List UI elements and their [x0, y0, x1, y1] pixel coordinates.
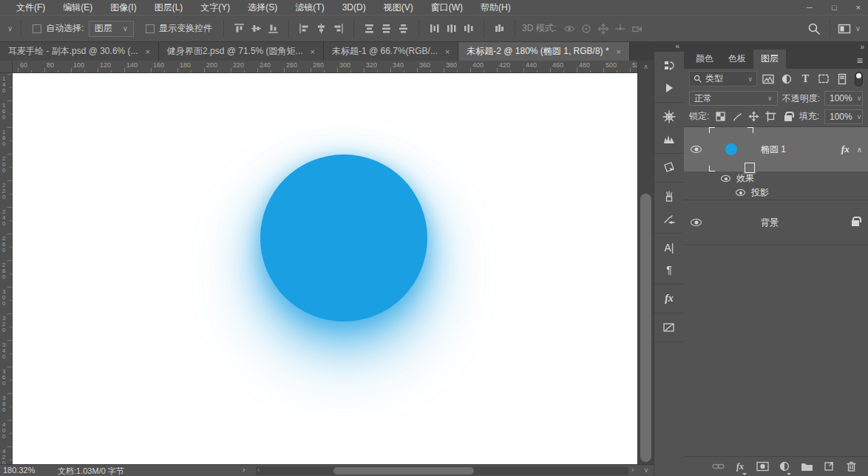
layer-name[interactable]: 椭圆 1 — [761, 143, 841, 156]
document-tab-4-active[interactable]: 未标题-2 @ 180% (椭圆 1, RGB/8) * × — [458, 42, 630, 61]
tab-swatches[interactable]: 色板 — [721, 50, 753, 69]
align-top-edges-icon[interactable] — [231, 20, 248, 38]
menu-item-0[interactable]: 文件(F) — [7, 1, 54, 14]
close-window-button[interactable]: × — [856, 3, 861, 12]
character-panel-icon[interactable]: A| — [654, 237, 684, 259]
actions-panel-icon[interactable] — [654, 77, 684, 99]
scroll-left-icon[interactable]: ‹ — [257, 466, 260, 474]
scroll-down-icon[interactable]: ∨ — [640, 466, 652, 474]
paragraph-panel-icon[interactable]: ¶ — [654, 259, 684, 281]
vertical-scrollbar[interactable]: ∧ — [637, 61, 654, 464]
filter-toggle-switch[interactable] — [855, 72, 863, 86]
scroll-up-icon[interactable]: ∧ — [638, 63, 654, 70]
close-tab-icon[interactable]: × — [146, 47, 150, 56]
horizontal-ruler[interactable]: 6080100120140160180200220240260280300320… — [13, 61, 637, 73]
workspace-switcher-icon[interactable] — [837, 20, 854, 38]
filter-type-dropdown[interactable]: 类型 ∨ — [689, 71, 757, 86]
close-tab-icon[interactable]: × — [617, 47, 621, 56]
3d-pan-icon[interactable] — [594, 20, 611, 38]
menu-item-10[interactable]: 帮助(H) — [472, 1, 520, 14]
3d-slide-icon[interactable] — [611, 20, 628, 38]
horizontal-scrollbar-thumb[interactable] — [333, 467, 474, 475]
add-layer-style-button[interactable]: fx — [733, 460, 747, 473]
3d-zoom-icon[interactable] — [628, 20, 645, 38]
vertical-scrollbar-thumb[interactable] — [640, 194, 651, 462]
link-layers-button[interactable] — [711, 460, 725, 473]
3d-orbit-icon[interactable] — [560, 20, 577, 38]
histogram-panel-icon[interactable] — [654, 128, 684, 150]
lock-all-icon[interactable] — [782, 110, 794, 123]
delete-layer-button[interactable] — [844, 460, 858, 473]
panel-menu-icon[interactable]: ≡ — [857, 55, 863, 67]
menu-item-2[interactable]: 图像(I) — [101, 1, 145, 14]
layer-fx-badge[interactable]: fx — [841, 143, 850, 155]
new-adjustment-layer-button[interactable] — [778, 460, 791, 473]
tool-preset-chevron-icon[interactable]: ∨ — [7, 24, 13, 33]
maximize-button[interactable]: □ — [832, 3, 837, 12]
tool-presets-panel-icon[interactable] — [654, 208, 684, 230]
visibility-toggle[interactable] — [684, 127, 708, 171]
minimize-button[interactable]: ─ — [807, 3, 813, 12]
menu-item-3[interactable]: 图层(L) — [146, 1, 192, 14]
lock-position-icon[interactable] — [748, 110, 760, 123]
lock-artboard-icon[interactable] — [765, 110, 777, 123]
document-tab-3[interactable]: 未标题-1 @ 66.7%(RGB/... × — [324, 42, 458, 61]
collapse-dock-icon[interactable]: « — [675, 42, 679, 50]
align-horizontal-centers-icon[interactable] — [313, 20, 330, 38]
horizontal-scrollbar[interactable]: ‹ — [256, 466, 628, 475]
ruler-corner[interactable] — [0, 61, 13, 73]
effects-row[interactable]: 效果 — [684, 171, 868, 186]
show-transform-checkbox[interactable] — [146, 24, 155, 33]
patterns-panel-icon[interactable] — [654, 316, 684, 339]
eye-icon[interactable] — [721, 175, 730, 182]
menu-item-1[interactable]: 编辑(E) — [54, 1, 101, 14]
distribute-left-edges-icon[interactable] — [426, 20, 443, 38]
layer-row-background[interactable]: 背景 — [684, 200, 868, 245]
layer-thumbnail[interactable] — [711, 203, 751, 242]
auto-select-target-dropdown[interactable]: 图层 ∨ — [89, 21, 134, 37]
document-tab-2[interactable]: 健身界面2.psd @ 71.5% (圆角矩... × — [159, 42, 324, 61]
menu-item-8[interactable]: 视图(V) — [375, 1, 422, 14]
filter-shape-layers-icon[interactable] — [816, 72, 831, 86]
info-panel-icon[interactable] — [654, 157, 684, 179]
zoom-level-field[interactable]: 180.32% — [3, 466, 35, 475]
filter-pixel-layers-icon[interactable] — [761, 72, 776, 86]
fill-dropdown[interactable]: 100% ∨ — [824, 109, 863, 124]
auto-select-checkbox[interactable] — [33, 24, 41, 33]
status-popup-arrow-icon[interactable]: › — [243, 465, 245, 474]
history-panel-icon[interactable] — [654, 55, 684, 77]
tab-color[interactable]: 颜色 — [688, 50, 721, 69]
brush-presets-panel-icon[interactable] — [654, 186, 684, 208]
canvas[interactable] — [13, 73, 637, 464]
menu-item-4[interactable]: 文字(Y) — [191, 1, 239, 14]
new-group-button[interactable] — [800, 460, 813, 473]
menu-item-9[interactable]: 窗口(W) — [422, 1, 472, 14]
visibility-toggle[interactable] — [684, 200, 708, 245]
distribute-vertical-centers-icon[interactable] — [378, 20, 395, 38]
align-bottom-edges-icon[interactable] — [265, 20, 282, 38]
distribute-bottom-edges-icon[interactable] — [395, 20, 412, 38]
menu-item-5[interactable]: 选择(S) — [239, 1, 286, 14]
close-tab-icon[interactable]: × — [445, 47, 450, 56]
eye-icon[interactable] — [736, 189, 745, 196]
search-icon[interactable] — [806, 20, 823, 38]
styles-panel-icon[interactable]: fx — [654, 288, 684, 310]
new-layer-button[interactable] — [822, 460, 835, 473]
align-left-edges-icon[interactable] — [296, 20, 313, 38]
filter-type-layers-icon[interactable]: T — [798, 72, 813, 86]
filter-adjustment-layers-icon[interactable] — [779, 72, 794, 86]
drop-shadow-row[interactable]: 投影 — [684, 186, 868, 200]
align-vertical-centers-icon[interactable] — [248, 20, 265, 38]
blend-mode-dropdown[interactable]: 正常 ∨ — [689, 91, 778, 106]
opacity-dropdown[interactable]: 100% ∨ — [824, 91, 863, 106]
vertical-ruler[interactable]: 1 4 01 6 01 8 02 0 02 2 02 4 02 6 02 8 0… — [0, 73, 13, 464]
lock-transparent-pixels-icon[interactable] — [714, 110, 726, 123]
document-tab-1[interactable]: 耳麦手绘 - 副本.psd @ 30.6% (... × — [0, 42, 159, 61]
tab-layers[interactable]: 图层 — [753, 50, 786, 69]
add-layer-mask-button[interactable] — [756, 460, 769, 473]
collapse-panel-icon[interactable]: » — [860, 43, 864, 51]
layer-name[interactable]: 背景 — [761, 217, 852, 229]
auto-align-layers-icon[interactable] — [491, 20, 508, 38]
menu-item-6[interactable]: 滤镜(T) — [286, 1, 333, 14]
ellipse-shape[interactable] — [260, 154, 427, 322]
